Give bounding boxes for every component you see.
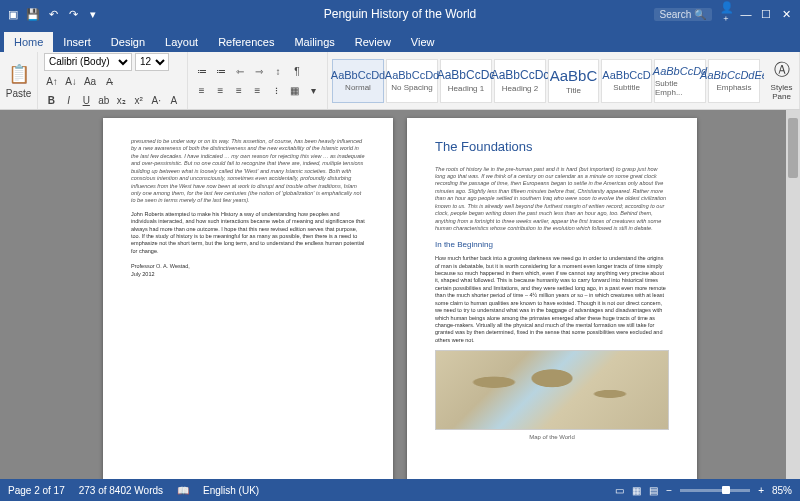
styles-gallery: AaBbCcDdNormal AaBbCcDdNo Spacing AaBbCc… (328, 52, 764, 109)
strike-button[interactable]: ab (97, 93, 112, 109)
doc-text: presumed to be under way or on its way. … (131, 138, 365, 205)
page-count[interactable]: Page 2 of 17 (8, 485, 65, 496)
tab-insert[interactable]: Insert (53, 32, 101, 52)
clear-format-button[interactable]: A̶ (101, 74, 117, 90)
italic-button[interactable]: I (62, 93, 77, 109)
word-icon: ▣ (6, 7, 20, 21)
outdent-button[interactable]: ⇽ (232, 63, 248, 79)
line-spacing-button[interactable]: ⫶ (268, 82, 284, 98)
zoom-in-button[interactable]: + (758, 485, 764, 496)
borders-button[interactable]: ▾ (305, 82, 321, 98)
doc-heading-2: In the Beginning (435, 240, 669, 251)
style-heading-2[interactable]: AaBbCcDcHeading 2 (494, 59, 546, 103)
change-case-button[interactable]: Aa (82, 74, 98, 90)
indent-button[interactable]: ⇾ (251, 63, 267, 79)
subscript-button[interactable]: x₂ (114, 93, 129, 109)
paste-icon[interactable]: 📋 (8, 63, 30, 85)
align-left-button[interactable]: ≡ (194, 82, 210, 98)
sort-button[interactable]: ↕ (270, 63, 286, 79)
map-image (435, 350, 669, 430)
styles-pane-label: Styles Pane (770, 83, 793, 101)
vertical-scrollbar[interactable] (786, 110, 800, 479)
font-name-select[interactable]: Calibri (Body) (44, 53, 132, 71)
styles-pane-group: Ⓐ Styles Pane (764, 52, 800, 109)
align-center-button[interactable]: ≡ (213, 82, 229, 98)
status-bar: Page 2 of 17 273 of 8402 Words 📖 English… (0, 479, 800, 501)
font-size-select[interactable]: 12 (135, 53, 169, 71)
zoom-slider[interactable] (680, 489, 750, 492)
word-count[interactable]: 273 of 8402 Words (79, 485, 163, 496)
grow-font-button[interactable]: A↑ (44, 74, 60, 90)
qat-more-icon[interactable]: ▾ (86, 7, 100, 21)
tab-layout[interactable]: Layout (155, 32, 208, 52)
doc-heading-1: The Foundations (435, 138, 669, 156)
document-title: Penguin History of the World (324, 7, 477, 21)
title-bar: ▣ 💾 ↶ ↷ ▾ Penguin History of the World S… (0, 0, 800, 28)
undo-icon[interactable]: ↶ (46, 7, 60, 21)
style-normal[interactable]: AaBbCcDdNormal (332, 59, 384, 103)
doc-text: How much further back into a growing dar… (435, 255, 669, 344)
highlight-button[interactable]: A· (149, 93, 164, 109)
page-left[interactable]: presumed to be under way or on its way. … (103, 118, 393, 479)
style-emphasis[interactable]: AaBbCcDdEeEmphasis (708, 59, 760, 103)
style-heading-1[interactable]: AaBbCcDcHeading 1 (440, 59, 492, 103)
tab-review[interactable]: Review (345, 32, 401, 52)
align-right-button[interactable]: ≡ (231, 82, 247, 98)
style-subtitle[interactable]: AaBbCcDSubtitle (601, 59, 652, 103)
style-subtle-emph[interactable]: AaBbCcDdSubtle Emph... (654, 59, 706, 103)
language-status[interactable]: English (UK) (203, 485, 259, 496)
bold-button[interactable]: B (44, 93, 59, 109)
save-icon[interactable]: 💾 (26, 7, 40, 21)
font-group: Calibri (Body) 12 A↑ A↓ Aa A̶ B I U ab x… (38, 52, 188, 109)
scrollbar-thumb[interactable] (788, 118, 798, 178)
style-no-spacing[interactable]: AaBbCcDdNo Spacing (386, 59, 438, 103)
view-print-icon[interactable]: ▦ (632, 485, 641, 496)
tab-view[interactable]: View (401, 32, 445, 52)
share-icon[interactable]: 👤⁺ (720, 1, 732, 27)
redo-icon[interactable]: ↷ (66, 7, 80, 21)
search-box[interactable]: Search 🔍 (654, 8, 712, 21)
justify-button[interactable]: ≡ (250, 82, 266, 98)
clipboard-group: 📋 Paste (0, 52, 38, 109)
underline-button[interactable]: U (79, 93, 94, 109)
numbering-button[interactable]: ≔ (213, 63, 229, 79)
view-web-icon[interactable]: ▤ (649, 485, 658, 496)
close-button[interactable]: ✕ (780, 8, 792, 21)
paste-label: Paste (6, 88, 32, 99)
show-marks-button[interactable]: ¶ (289, 63, 305, 79)
styles-pane-icon[interactable]: Ⓐ (774, 60, 790, 81)
superscript-button[interactable]: x² (132, 93, 147, 109)
doc-signature-date: July 2012 (131, 271, 365, 278)
page-right[interactable]: The Foundations The roots of history lie… (407, 118, 697, 479)
minimize-button[interactable]: — (740, 8, 752, 20)
spell-check-icon[interactable]: 📖 (177, 485, 189, 496)
document-area[interactable]: presumed to be under way or on its way. … (0, 110, 800, 479)
tab-design[interactable]: Design (101, 32, 155, 52)
view-read-icon[interactable]: ▭ (615, 485, 624, 496)
tab-references[interactable]: References (208, 32, 284, 52)
maximize-button[interactable]: ☐ (760, 8, 772, 21)
doc-text: The roots of history lie in the pre-huma… (435, 166, 669, 233)
quick-access-toolbar: ▣ 💾 ↶ ↷ ▾ (0, 7, 100, 21)
doc-signature-name: Professor O. A. Westad, (131, 263, 365, 270)
image-caption: Map of the World (435, 433, 669, 441)
style-title[interactable]: AaBbCTitle (548, 59, 599, 103)
paragraph-group: ≔ ≔ ⇽ ⇾ ↕ ¶ ≡ ≡ ≡ ≡ ⫶ ▦ ▾ (188, 52, 328, 109)
font-color-button[interactable]: A (167, 93, 182, 109)
doc-text: John Roberts attempted to make his Histo… (131, 211, 365, 256)
shading-button[interactable]: ▦ (287, 82, 303, 98)
zoom-out-button[interactable]: − (666, 485, 672, 496)
tab-home[interactable]: Home (4, 32, 53, 52)
ribbon: 📋 Paste Calibri (Body) 12 A↑ A↓ Aa A̶ B … (0, 52, 800, 110)
zoom-level[interactable]: 85% (772, 485, 792, 496)
shrink-font-button[interactable]: A↓ (63, 74, 79, 90)
tab-mailings[interactable]: Mailings (284, 32, 344, 52)
bullets-button[interactable]: ≔ (194, 63, 210, 79)
ribbon-tabs: Home Insert Design Layout References Mai… (0, 28, 800, 52)
